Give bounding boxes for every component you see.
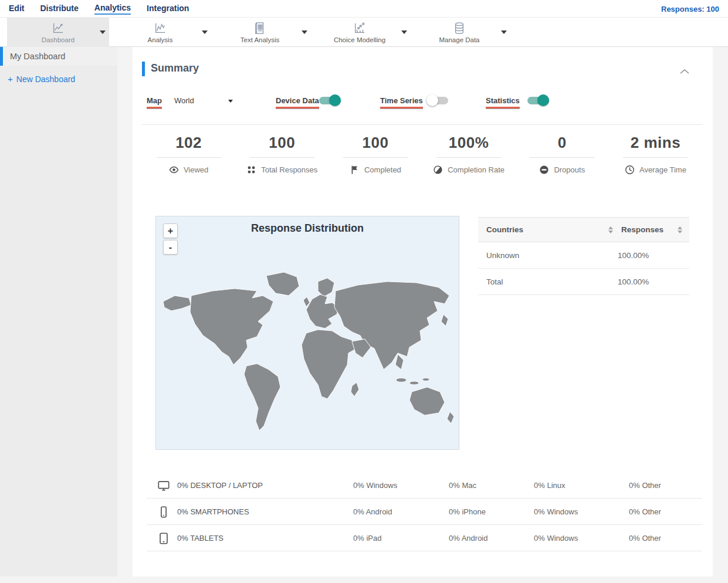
device-category-cell: 0% DESKTOP / LAPTOP [177, 481, 263, 490]
map-region-select[interactable]: World [174, 96, 194, 105]
response-distribution-map: Response Distribution + - [155, 216, 459, 450]
stat-value: 102 [175, 134, 202, 152]
world-map-graphic[interactable] [158, 262, 458, 438]
stat-label: Average Time [639, 165, 686, 174]
document-grid-icon [252, 21, 268, 35]
toolbar-item-text-analysis[interactable]: Text Analysis [209, 18, 311, 47]
stat-rule [436, 157, 501, 158]
active-indicator-bar [0, 47, 3, 66]
stats-row: 102 Viewed 100 Total Responses [142, 134, 702, 188]
chevron-down-icon[interactable] [100, 30, 106, 34]
chevron-down-icon[interactable] [401, 30, 407, 34]
statistics-toggle[interactable] [527, 94, 549, 106]
device-stat-cell: 0% Windows [534, 507, 578, 516]
sidebar-item-label: My Dashboard [10, 52, 65, 61]
nav-item-distribute[interactable]: Distribute [40, 4, 78, 14]
country-cell: Unknown [486, 251, 618, 260]
stat-total-responses: 100 Total Responses [235, 134, 329, 188]
top-nav: Edit Distribute Analytics Integration Re… [0, 0, 728, 18]
toolbar-item-label: Analysis [148, 36, 173, 43]
responses-cell: 100.00% [618, 251, 682, 260]
chevron-down-icon[interactable] [228, 100, 233, 103]
chevron-down-icon[interactable] [302, 30, 307, 34]
stat-completed: 100 Completed [329, 134, 422, 188]
table-row: Unknown 100.00% [478, 242, 689, 269]
red-underline [276, 107, 319, 109]
nav-item-integration[interactable]: Integration [147, 4, 189, 14]
device-stat-cell: 0% Other [629, 507, 661, 516]
toolbar-item-choice-modelling[interactable]: Choice Modelling [309, 18, 411, 47]
table-row-tablets: 0% TABLETS 0% iPad 0% Android 0% Windows… [147, 525, 702, 551]
chevron-down-icon[interactable] [501, 30, 507, 34]
stat-rule [157, 157, 221, 158]
smartphone-icon [157, 506, 170, 518]
nav-item-analytics[interactable]: Analytics [94, 3, 131, 15]
dots-grid-icon [246, 165, 256, 175]
new-dashboard-button[interactable]: + New Dashboard [8, 74, 75, 84]
sort-icon[interactable] [678, 226, 682, 233]
responses-cell: 100.00% [618, 277, 682, 286]
stat-value: 2 mins [631, 134, 680, 152]
device-data-toggle[interactable] [319, 94, 341, 106]
map-control-label: Map [147, 96, 162, 109]
plus-icon: + [8, 74, 13, 84]
stat-value: 100% [449, 134, 489, 152]
toggle-knob [329, 94, 341, 106]
device-stat-cell: 0% iPad [353, 534, 381, 543]
red-underline [380, 107, 423, 109]
minus-circle-icon [539, 165, 549, 175]
stat-value: 100 [362, 134, 388, 152]
line-chart-icon [153, 21, 168, 35]
toolbar-item-manage-data[interactable]: Manage Data [408, 18, 510, 47]
stat-rule [623, 157, 688, 158]
stat-rule [250, 157, 314, 158]
dashboard-sidebar: My Dashboard + New Dashboard [0, 47, 117, 577]
responses-count: Responses: 100 [661, 0, 719, 18]
table-row-smartphones: 0% SMARTPHONES 0% Android 0% iPhone 0% W… [147, 499, 702, 525]
countries-column-header[interactable]: Countries [486, 225, 608, 234]
chevron-down-icon[interactable] [202, 30, 208, 34]
device-stat-cell: 0% Other [629, 481, 661, 490]
analytics-toolbar: Dashboard Analysis Text Analysis Choice … [0, 18, 728, 47]
summary-panel: Summary Map World Device Data Time Serie… [133, 47, 713, 577]
countries-table-header: Countries Responses [478, 217, 689, 242]
time-series-label: Time Series [380, 96, 423, 109]
analytics-dashboard-screen: Edit Distribute Analytics Integration Re… [0, 0, 728, 583]
red-underline [486, 107, 520, 109]
map-zoom-in-button[interactable]: + [163, 223, 178, 238]
nav-item-edit[interactable]: Edit [9, 4, 24, 14]
toolbar-item-dashboard[interactable]: Dashboard [7, 18, 109, 47]
sort-icon[interactable] [608, 226, 613, 233]
collapse-section-button[interactable] [680, 66, 689, 72]
stat-label: Completion Rate [448, 165, 504, 174]
toolbar-item-label: Dashboard [42, 36, 75, 43]
device-stat-cell: 0% Other [629, 534, 661, 543]
desktop-icon [157, 479, 170, 492]
toolbar-item-label: Manage Data [439, 36, 479, 43]
stat-rule [530, 157, 594, 158]
table-row: Total 100.00% [478, 269, 689, 295]
device-stat-cell: 0% Mac [449, 481, 476, 490]
device-stat-cell: 0% Windows [353, 481, 397, 490]
new-dashboard-label: New Dashboard [16, 74, 75, 84]
responses-column-header[interactable]: Responses [621, 225, 678, 234]
stat-label: Total Responses [261, 165, 317, 174]
toggle-knob [426, 94, 438, 106]
stat-viewed: 102 Viewed [142, 134, 235, 188]
scatter-chart-icon [352, 21, 367, 35]
half-circle-icon [433, 165, 443, 175]
stat-value: 100 [269, 134, 295, 152]
clock-icon [625, 165, 635, 175]
statistics-label: Statistics [486, 96, 520, 109]
toolbar-item-analysis[interactable]: Analysis [109, 18, 211, 47]
device-stat-cell: 0% iPhone [449, 507, 486, 516]
stat-label: Viewed [184, 165, 208, 174]
map-zoom-out-button[interactable]: - [163, 240, 178, 255]
section-divider [142, 124, 702, 125]
flag-icon [350, 165, 360, 175]
countries-table: Countries Responses Unknown 100.00% Tota… [478, 217, 689, 295]
sidebar-item-my-dashboard[interactable]: My Dashboard [0, 47, 117, 66]
section-accent-bar [142, 62, 145, 76]
stat-rule [343, 157, 408, 158]
time-series-toggle[interactable] [426, 94, 448, 106]
